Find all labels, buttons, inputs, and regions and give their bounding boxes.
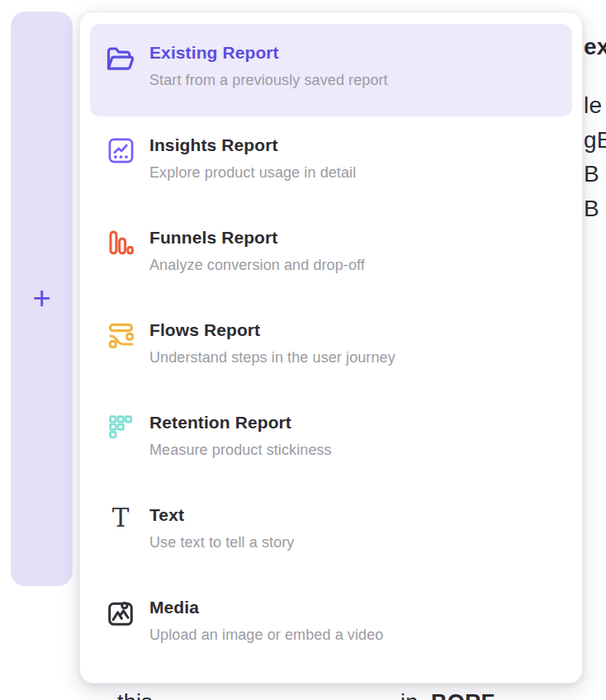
menu-item-media[interactable]: MediaUpload an image or embed a video	[90, 579, 572, 671]
board-canvas: + exlegEBBthis…inBORF Existing ReportSta…	[0, 0, 606, 700]
menu-item-label: Flows Report	[149, 319, 561, 341]
funnel-bars-icon	[103, 228, 138, 262]
menu-item-description: Understand steps in the user journey	[149, 348, 561, 367]
clipped-background-text: B	[584, 162, 599, 187]
menu-item-text: Existing ReportStart from a previously s…	[149, 42, 561, 89]
menu-item-text: Retention ReportMeasure product stickine…	[149, 412, 561, 459]
menu-item-description: Upload an image or embed a video	[149, 626, 561, 644]
menu-item-text: Funnels ReportAnalyze conversion and dro…	[149, 227, 561, 274]
clipped-background-text: le	[584, 93, 602, 119]
menu-item-description: Explore product usage in detail	[149, 163, 561, 182]
plus-icon: +	[32, 282, 50, 314]
menu-item-text: Insights ReportExplore product usage in …	[149, 135, 561, 182]
menu-item-description: Use text to tell a story	[149, 533, 561, 551]
clipped-background-text: in	[400, 691, 418, 700]
add-column-rail[interactable]: +	[11, 12, 73, 586]
clipped-background-text: …	[248, 691, 270, 700]
clipped-background-text: this	[117, 691, 153, 700]
menu-item-label: Existing Report	[149, 42, 561, 64]
menu-item-description: Analyze conversion and drop-off	[149, 256, 561, 274]
line-chart-icon	[103, 135, 138, 170]
menu-item-funnels[interactable]: Funnels ReportAnalyze conversion and dro…	[90, 209, 572, 301]
clipped-background-text: B	[584, 196, 599, 222]
menu-item-label: Funnels Report	[149, 227, 561, 248]
media-image-icon	[103, 598, 138, 632]
menu-item-description: Start from a previously saved report	[149, 71, 561, 89]
retention-grid-icon	[103, 413, 138, 447]
menu-item-flows[interactable]: Flows ReportUnderstand steps in the user…	[90, 301, 572, 394]
folder-open-icon	[103, 43, 138, 78]
clipped-background-text: BORF	[431, 691, 495, 700]
menu-item-text: TextUse text to tell a story	[149, 504, 561, 551]
menu-item-text[interactable]: TTextUse text to tell a story	[90, 486, 572, 579]
menu-item-existing[interactable]: Existing ReportStart from a previously s…	[90, 24, 572, 116]
flow-sankey-icon	[103, 320, 138, 355]
menu-item-label: Text	[149, 504, 561, 526]
menu-item-label: Retention Report	[149, 412, 561, 433]
menu-item-text: Flows ReportUnderstand steps in the user…	[149, 319, 561, 367]
menu-item-label: Media	[149, 597, 561, 618]
menu-item-retention[interactable]: Retention ReportMeasure product stickine…	[90, 394, 572, 486]
menu-item-label: Insights Report	[149, 135, 561, 156]
clipped-background-text: ex	[584, 35, 606, 60]
menu-item-insights[interactable]: Insights ReportExplore product usage in …	[90, 116, 572, 209]
clipped-background-text: gE	[584, 128, 606, 154]
add-report-menu: Existing ReportStart from a previously s…	[79, 12, 583, 683]
menu-item-text: MediaUpload an image or embed a video	[149, 597, 561, 644]
text-serif-icon: T	[103, 505, 138, 540]
menu-item-description: Measure product stickiness	[149, 441, 561, 459]
